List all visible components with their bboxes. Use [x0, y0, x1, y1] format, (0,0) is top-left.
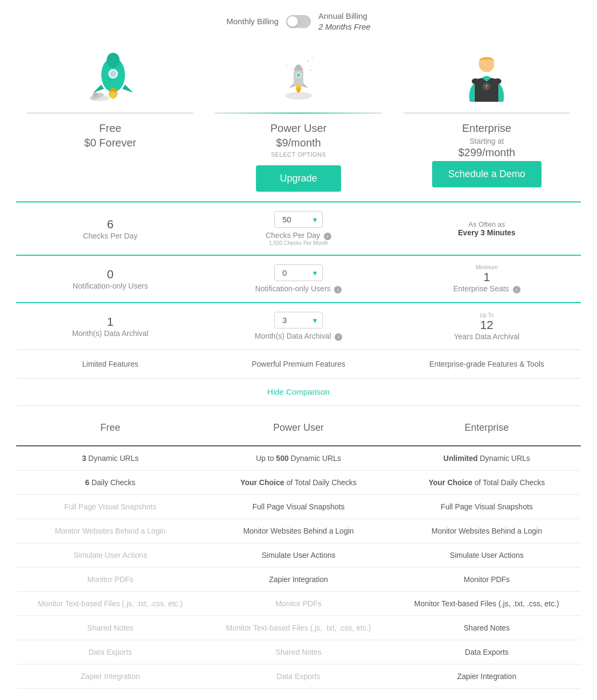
svg-point-18	[310, 69, 311, 71]
enterprise-plan-info: Enterprise Starting at $299/month Schedu…	[393, 122, 581, 201]
svg-point-6	[110, 92, 116, 99]
power-rocket-icon: + +	[277, 53, 320, 102]
enterprise-archival-label: Years Data Archival	[454, 332, 519, 341]
superhero-icon: T	[465, 52, 508, 103]
enterprise-archival-cell: Up To 12 Years Data Archival	[393, 303, 581, 349]
comp-power-daily-checks: Your Choice of Total Daily Checks	[204, 471, 392, 494]
svg-text:T: T	[485, 84, 489, 89]
power-plan-price-sub: SELECT OPTIONS	[271, 151, 326, 158]
comp-power-simulate: Simulate User Actions	[204, 543, 392, 567]
enterprise-plan-name: Enterprise	[462, 122, 511, 135]
svg-point-14	[296, 73, 300, 77]
svg-point-23	[494, 78, 502, 84]
archival-info-icon[interactable]: i	[335, 333, 342, 341]
comp-row-snapshots: Full Page Visual Snapshots Full Page Vis…	[16, 495, 581, 519]
plans-info-row: Free $0 Forever Power User $9/month SELE…	[16, 122, 581, 201]
svg-point-11	[285, 92, 312, 100]
annual-billing-sub: 2 Months Free	[318, 22, 371, 32]
upgrade-button[interactable]: Upgrade	[256, 165, 341, 192]
comp-free-login-monitor: Monitor Websites Behind a Login	[16, 519, 204, 543]
comp-power-zapier: Zapier Integration	[204, 568, 392, 591]
notification-users-row: 0 Notification-only Users 0 1 5 ▼ Notifi…	[16, 255, 581, 302]
free-notification-value: 0	[107, 268, 114, 282]
enterprise-notification-min: Minimum	[476, 264, 498, 270]
comp-free-data-exports: Data Exports	[16, 640, 204, 664]
enterprise-plan-icon-col: T	[393, 48, 581, 122]
free-plan-icon-col	[16, 48, 204, 122]
comp-power-text-files: Monitor Text-based Files (.js, .txt, .cs…	[204, 616, 392, 640]
comp-header-power: Power User	[204, 417, 392, 439]
svg-point-8	[93, 92, 98, 97]
comp-row-dynamic-urls: 3 Dynamic URLs Up to 500 Dynamic URLs Un…	[16, 446, 581, 471]
power-archival-label: Month(s) Data Archival i	[255, 332, 343, 341]
free-archival-label: Month(s) Data Archival	[72, 329, 149, 338]
enterprise-features-text: Enterprise-grade Features & Tools	[393, 360, 581, 368]
free-archival-cell: 1 Month(s) Data Archival	[16, 303, 204, 349]
comp-free-pdfs: Monitor PDFs	[16, 568, 204, 591]
comp-enterprise-dynamic-urls: Unlimited Dynamic URLs	[393, 446, 581, 470]
comp-enterprise-simulate: Simulate User Actions	[393, 543, 581, 567]
power-checks-select[interactable]: 50 100 200	[274, 211, 323, 228]
svg-point-2	[107, 53, 120, 68]
free-features-text: Limited Features	[16, 360, 204, 368]
comp-power-login-monitor: Monitor Websites Behind a Login	[204, 519, 392, 543]
comp-enterprise-text-files: Monitor Text-based Files (.js, .txt, .cs…	[393, 592, 581, 615]
free-plan-icon	[84, 48, 137, 107]
power-notification-cell: 0 1 5 ▼ Notification-only Users i	[204, 256, 392, 302]
enterprise-plan-icon: T	[465, 48, 508, 107]
power-archival-select[interactable]: 3 6 12	[274, 312, 323, 328]
comparison-header: Free Power User Enterprise	[16, 417, 581, 446]
plans-icons-row: + +	[16, 48, 581, 122]
comp-enterprise-shared-notes: Shared Notes	[393, 616, 581, 640]
schedule-demo-button[interactable]: Schedule a Demo	[432, 161, 542, 187]
comp-header-enterprise: Enterprise	[393, 417, 581, 439]
power-notification-label: Notification-only Users i	[255, 284, 342, 293]
enterprise-archival-upto: Up To	[480, 312, 494, 318]
comparison-section: Free Power User Enterprise 3 Dynamic URL…	[16, 417, 581, 689]
comp-enterprise-zapier: Zapier Integration	[393, 664, 581, 688]
enterprise-checks-value: Every 3 Minutes	[458, 228, 516, 237]
billing-toggle[interactable]	[286, 15, 311, 28]
svg-text:+: +	[311, 55, 313, 59]
enterprise-as-often: As Often as	[468, 220, 505, 228]
comp-enterprise-daily-checks: Your Choice of Total Daily Checks	[393, 471, 581, 494]
power-checks-label: Checks Per Day i	[266, 231, 331, 240]
comp-free-simulate: Simulate User Actions	[16, 543, 204, 567]
notification-info-icon[interactable]: i	[334, 286, 342, 293]
free-checks-cell: 6 Checks Per Day	[16, 202, 204, 255]
rocket-icon	[84, 52, 137, 103]
power-plan-info: Power User $9/month SELECT OPTIONS Upgra…	[204, 122, 392, 201]
comp-power-snapshots: Full Page Visual Snapshots	[204, 495, 392, 519]
power-plan-divider	[215, 113, 381, 114]
svg-point-16	[296, 87, 300, 93]
features-text-row: Limited Features Powerful Premium Featur…	[16, 349, 581, 378]
comp-row-data-exports: Data Exports Shared Notes Data Exports	[16, 640, 581, 664]
free-archival-value: 1	[107, 315, 114, 329]
power-checks-select-wrap: 50 100 200 ▼	[274, 211, 323, 228]
comp-enterprise-snapshots: Full Page Visual Snapshots	[393, 495, 581, 519]
checks-info-icon[interactable]: i	[324, 233, 331, 240]
free-notification-cell: 0 Notification-only Users	[16, 256, 204, 302]
power-notification-select[interactable]: 0 1 5	[274, 264, 323, 281]
enterprise-plan-divider	[404, 113, 570, 114]
enterprise-notification-value: 1	[483, 270, 490, 284]
monthly-billing-label: Monthly Billing	[226, 17, 279, 26]
free-notification-label: Notification-only Users	[73, 282, 148, 290]
free-plan-divider	[27, 113, 193, 114]
free-plan-price: $0 Forever	[84, 137, 136, 149]
enterprise-plan-price: $299/month	[459, 146, 516, 159]
comp-row-shared-notes: Shared Notes Monitor Text-based Files (.…	[16, 616, 581, 640]
hide-comparison-link[interactable]: Hide Comparison	[267, 387, 330, 396]
power-plan-name: Power User	[270, 122, 327, 135]
enterprise-seats-info-icon[interactable]: i	[513, 286, 520, 293]
power-plan-icon-col: + +	[204, 48, 392, 122]
checks-per-day-row: 6 Checks Per Day 50 100 200 ▼ Checks Per…	[16, 201, 581, 255]
comp-enterprise-data-exports: Data Exports	[393, 640, 581, 664]
enterprise-checks-cell: As Often as Every 3 Minutes	[393, 202, 581, 255]
comp-row-text-files: Monitor Text-based Files (.js, .txt, .cs…	[16, 592, 581, 616]
comp-power-data-exports: Data Exports	[204, 664, 392, 688]
comp-header-free: Free	[16, 417, 204, 439]
comp-enterprise-pdfs: Monitor PDFs	[393, 568, 581, 591]
data-archival-row: 1 Month(s) Data Archival 3 6 12 ▼ Month(…	[16, 302, 581, 349]
power-features-text: Powerful Premium Features	[204, 360, 392, 368]
